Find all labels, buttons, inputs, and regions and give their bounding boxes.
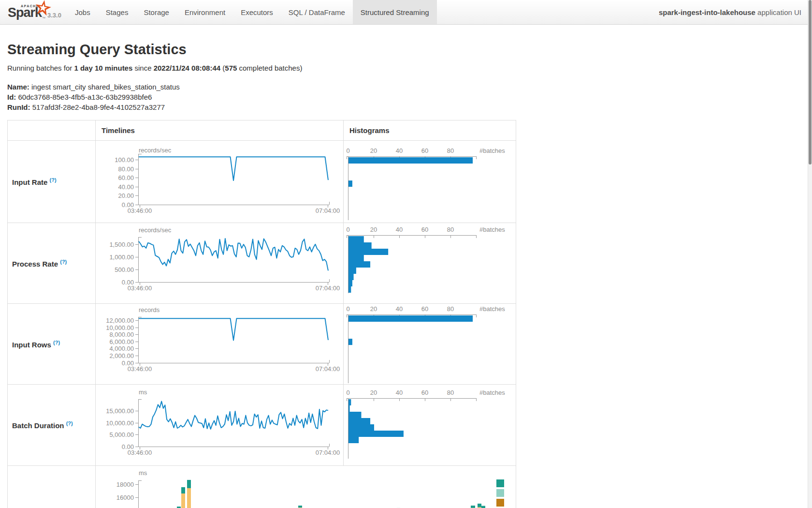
svg-text:40.00: 40.00 [118, 183, 134, 191]
svg-text:20: 20 [370, 147, 377, 154]
svg-text:ms: ms [139, 469, 147, 477]
process-rate-timeline-cell: records/sec1,500.001,000.00500.000.0003:… [96, 223, 344, 304]
svg-text:1,000.00: 1,000.00 [109, 254, 134, 261]
svg-text:12,000.00: 12,000.00 [106, 317, 134, 324]
batch-duration-timeline-chart: ms15,000.0010,000.005,000.000.0003:46:00… [96, 385, 343, 465]
operation-duration-stacked-chart: ms180001600014000 [96, 466, 516, 508]
tab-structured-streaming[interactable]: Structured Streaming [353, 0, 437, 24]
svg-text:18000: 18000 [116, 481, 134, 488]
trademark-symbol: ™ [42, 16, 45, 20]
svg-text:20: 20 [370, 305, 377, 313]
application-title-suffix: application UI [755, 8, 801, 16]
running-since-timestamp: 2022/11/24 08:08:44 [154, 64, 220, 72]
help-tooltip-batch-duration[interactable]: (?) [66, 420, 73, 426]
help-tooltip-input-rows[interactable]: (?) [53, 340, 60, 345]
query-meta-block: Name: ingest smart_city shared_bikes_sta… [7, 82, 812, 112]
svg-text:ms: ms [139, 388, 147, 396]
batch-duration-histogram-cell: 020406080#batches [344, 385, 516, 466]
svg-text:40: 40 [396, 389, 403, 396]
table-row: Batch Duration (?) ms15,000.0010,000.005… [8, 385, 516, 466]
svg-text:5,000.00: 5,000.00 [109, 431, 134, 438]
svg-text:60: 60 [421, 389, 428, 396]
svg-text:40: 40 [396, 305, 403, 313]
svg-text:2,000.00: 2,000.00 [109, 352, 134, 359]
svg-text:16000: 16000 [116, 494, 134, 501]
svg-text:20.00: 20.00 [118, 192, 134, 199]
svg-text:20: 20 [370, 226, 377, 233]
runid-value: 517afd3f-28e2-4ba8-9fe4-4102527a3277 [30, 103, 165, 111]
process-rate-timeline-chart: records/sec1,500.001,000.00500.000.0003:… [96, 223, 343, 303]
svg-text:4,000.00: 4,000.00 [109, 345, 134, 352]
svg-text:80: 80 [447, 389, 454, 396]
row-label-text: Batch Duration [12, 421, 64, 430]
nav-tabs: JobsStagesStorageEnvironmentExecutorsSQL… [67, 0, 437, 24]
id-label: Id: [7, 93, 16, 101]
svg-text:07:04:00: 07:04:00 [316, 207, 340, 214]
table-row: Input Rows (?) records12,000.0010,000.00… [8, 304, 516, 385]
input-rate-timeline-chart: records/sec100.0080.0060.0040.0020.000.0… [96, 141, 343, 222]
running-text: since [132, 64, 153, 72]
svg-text:#batches: #batches [479, 305, 505, 313]
help-tooltip-input-rate[interactable]: (?) [50, 177, 57, 183]
page-title: Streaming Query Statistics [7, 42, 812, 58]
running-duration: 1 day 10 minutes [74, 64, 132, 72]
svg-text:0: 0 [346, 147, 349, 154]
help-tooltip-process-rate[interactable]: (?) [60, 259, 67, 265]
row-label-input-rows: Input Rows (?) [8, 304, 96, 385]
svg-text:07:04:00: 07:04:00 [316, 284, 340, 292]
svg-text:80: 80 [447, 226, 454, 233]
running-text: completed batches) [237, 64, 302, 72]
application-title: spark-ingest-into-lakehouse application … [659, 8, 801, 16]
input-rows-histogram-chart: 020406080#batches [344, 304, 515, 384]
row-label-input-rate: Input Rate (?) [8, 141, 96, 223]
top-navbar: APACHE Spark ™ 3.3.0 JobsStagesStorageEn… [0, 0, 812, 25]
running-batches-line: Running batches for 1 day 10 minutes sin… [7, 64, 812, 73]
svg-text:80: 80 [447, 147, 454, 154]
svg-text:records/sec: records/sec [139, 147, 172, 154]
table-row: Input Rate (?) records/sec100.0080.0060.… [8, 141, 516, 223]
svg-text:15,000.00: 15,000.00 [106, 407, 134, 415]
svg-text:records: records [139, 306, 160, 314]
tab-stages[interactable]: Stages [98, 0, 136, 24]
svg-text:03:46:00: 03:46:00 [128, 449, 152, 456]
svg-text:60.00: 60.00 [118, 174, 134, 181]
svg-text:40: 40 [396, 226, 403, 233]
name-label: Name: [7, 83, 29, 91]
row-label-text: Process Rate [12, 260, 58, 268]
input-rate-timeline-cell: records/sec100.0080.0060.0040.0020.000.0… [96, 141, 344, 223]
svg-text:07:04:00: 07:04:00 [316, 449, 340, 456]
svg-text:80: 80 [447, 305, 454, 313]
page-scrollbar [808, 0, 812, 508]
spark-version: 3.3.0 [47, 12, 61, 19]
tab-environment[interactable]: Environment [177, 0, 233, 24]
svg-text:100.00: 100.00 [115, 156, 134, 164]
svg-text:6,000.00: 6,000.00 [109, 338, 134, 345]
svg-text:10,000.00: 10,000.00 [106, 419, 134, 427]
tab-jobs[interactable]: Jobs [67, 0, 98, 24]
spark-logo[interactable]: APACHE Spark ™ 3.3.0 [7, 0, 67, 24]
svg-text:20: 20 [370, 389, 377, 396]
table-header-row: Timelines Histograms [8, 120, 516, 141]
query-runid-line: RunId: 517afd3f-28e2-4ba8-9fe4-4102527a3… [7, 102, 812, 112]
svg-text:#batches: #batches [479, 226, 505, 233]
query-id-line: Id: 60dc3768-85e3-4fb5-a13c-63b29938bfe6 [7, 92, 812, 102]
svg-text:80.00: 80.00 [118, 165, 134, 173]
running-text: Running batches for [7, 64, 74, 72]
table-row: Process Rate (?) records/sec1,500.001,00… [8, 223, 516, 304]
tab-sql-dataframe[interactable]: SQL / DataFrame [281, 0, 353, 24]
tab-storage[interactable]: Storage [136, 0, 177, 24]
svg-text:03:46:00: 03:46:00 [128, 365, 152, 373]
input-rows-histogram-cell: 020406080#batches [344, 304, 516, 385]
svg-text:0: 0 [346, 226, 349, 233]
svg-text:records/sec: records/sec [139, 226, 172, 234]
row-label-operation-duration [8, 466, 96, 508]
svg-text:#batches: #batches [479, 389, 505, 396]
header-timelines: Timelines [96, 120, 344, 141]
input-rows-timeline-cell: records12,000.0010,000.008,000.006,000.0… [96, 304, 344, 385]
tab-executors[interactable]: Executors [233, 0, 281, 24]
scrollbar-thumb[interactable] [809, 0, 812, 164]
svg-text:10,000.00: 10,000.00 [106, 324, 134, 331]
process-rate-histogram-cell: 020406080#batches [344, 223, 516, 304]
svg-text:500.00: 500.00 [115, 266, 134, 273]
batch-duration-histogram-chart: 020406080#batches [344, 385, 515, 465]
